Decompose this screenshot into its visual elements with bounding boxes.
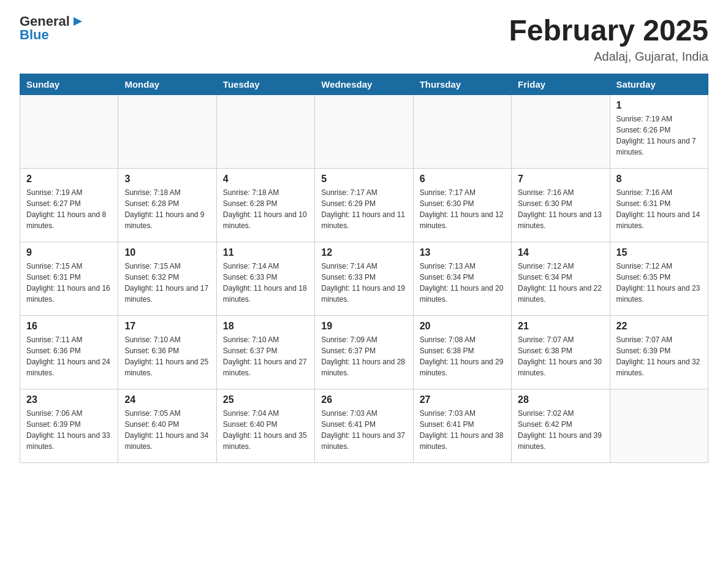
calendar-cell: 8Sunrise: 7:16 AMSunset: 6:31 PMDaylight… bbox=[610, 168, 708, 242]
day-number: 13 bbox=[420, 247, 505, 258]
day-info: Sunrise: 7:19 AMSunset: 6:26 PMDaylight:… bbox=[616, 113, 702, 158]
calendar-cell: 17Sunrise: 7:10 AMSunset: 6:36 PMDayligh… bbox=[118, 315, 216, 389]
calendar-cell bbox=[413, 94, 511, 168]
week-row-3: 9Sunrise: 7:15 AMSunset: 6:31 PMDaylight… bbox=[20, 242, 708, 315]
day-number: 22 bbox=[616, 321, 702, 332]
logo-triangle-icon bbox=[71, 15, 85, 28]
calendar-cell: 2Sunrise: 7:19 AMSunset: 6:27 PMDaylight… bbox=[20, 168, 118, 242]
day-number: 12 bbox=[321, 247, 406, 258]
day-info: Sunrise: 7:17 AMSunset: 6:30 PMDaylight:… bbox=[420, 187, 505, 231]
header-friday: Friday bbox=[512, 74, 610, 94]
day-number: 16 bbox=[26, 321, 112, 332]
calendar-cell: 10Sunrise: 7:15 AMSunset: 6:32 PMDayligh… bbox=[118, 242, 216, 315]
day-number: 4 bbox=[223, 174, 308, 185]
day-number: 27 bbox=[420, 394, 505, 405]
day-number: 25 bbox=[223, 394, 308, 405]
calendar-cell bbox=[610, 389, 708, 462]
day-info: Sunrise: 7:11 AMSunset: 6:36 PMDaylight:… bbox=[26, 334, 112, 378]
day-info: Sunrise: 7:15 AMSunset: 6:32 PMDaylight:… bbox=[124, 261, 210, 305]
day-info: Sunrise: 7:16 AMSunset: 6:30 PMDaylight:… bbox=[518, 187, 603, 231]
day-number: 6 bbox=[420, 174, 505, 185]
day-number: 23 bbox=[26, 394, 112, 405]
day-number: 7 bbox=[518, 174, 603, 185]
day-info: Sunrise: 7:17 AMSunset: 6:29 PMDaylight:… bbox=[321, 187, 406, 231]
day-info: Sunrise: 7:16 AMSunset: 6:31 PMDaylight:… bbox=[616, 187, 702, 231]
calendar-cell: 3Sunrise: 7:18 AMSunset: 6:28 PMDaylight… bbox=[118, 168, 216, 242]
day-number: 21 bbox=[518, 321, 603, 332]
header-saturday: Saturday bbox=[610, 74, 708, 94]
title-block: February 2025 Adalaj, Gujarat, India bbox=[509, 15, 708, 64]
day-number: 8 bbox=[616, 174, 702, 185]
calendar-cell: 15Sunrise: 7:12 AMSunset: 6:35 PMDayligh… bbox=[610, 242, 708, 315]
logo-general: General bbox=[20, 15, 70, 28]
day-info: Sunrise: 7:12 AMSunset: 6:34 PMDaylight:… bbox=[518, 261, 603, 305]
calendar-header: Sunday Monday Tuesday Wednesday Thursday… bbox=[20, 74, 708, 94]
calendar-cell: 23Sunrise: 7:06 AMSunset: 6:39 PMDayligh… bbox=[20, 389, 118, 462]
header-thursday: Thursday bbox=[413, 74, 511, 94]
day-info: Sunrise: 7:09 AMSunset: 6:37 PMDaylight:… bbox=[321, 334, 406, 378]
day-number: 14 bbox=[518, 247, 603, 258]
day-info: Sunrise: 7:13 AMSunset: 6:34 PMDaylight:… bbox=[420, 261, 505, 305]
calendar-cell: 9Sunrise: 7:15 AMSunset: 6:31 PMDaylight… bbox=[20, 242, 118, 315]
svg-marker-0 bbox=[74, 17, 82, 26]
day-info: Sunrise: 7:12 AMSunset: 6:35 PMDaylight:… bbox=[616, 261, 702, 305]
day-number: 17 bbox=[124, 321, 210, 332]
day-number: 28 bbox=[518, 394, 603, 405]
calendar-cell: 25Sunrise: 7:04 AMSunset: 6:40 PMDayligh… bbox=[216, 389, 314, 462]
day-number: 10 bbox=[124, 247, 210, 258]
calendar-cell: 1Sunrise: 7:19 AMSunset: 6:26 PMDaylight… bbox=[610, 94, 708, 168]
calendar-body: 1Sunrise: 7:19 AMSunset: 6:26 PMDaylight… bbox=[20, 94, 708, 462]
day-number: 19 bbox=[321, 321, 406, 332]
day-info: Sunrise: 7:18 AMSunset: 6:28 PMDaylight:… bbox=[223, 187, 308, 231]
day-info: Sunrise: 7:04 AMSunset: 6:40 PMDaylight:… bbox=[223, 408, 308, 452]
day-info: Sunrise: 7:19 AMSunset: 6:27 PMDaylight:… bbox=[26, 187, 112, 231]
day-info: Sunrise: 7:05 AMSunset: 6:40 PMDaylight:… bbox=[124, 408, 210, 452]
header-row: Sunday Monday Tuesday Wednesday Thursday… bbox=[20, 74, 708, 94]
day-info: Sunrise: 7:06 AMSunset: 6:39 PMDaylight:… bbox=[26, 408, 112, 452]
day-info: Sunrise: 7:15 AMSunset: 6:31 PMDaylight:… bbox=[26, 261, 112, 305]
page-header: General Blue February 2025 Adalaj, Gujar… bbox=[20, 15, 708, 64]
day-number: 5 bbox=[321, 174, 406, 185]
calendar-cell: 16Sunrise: 7:11 AMSunset: 6:36 PMDayligh… bbox=[20, 315, 118, 389]
day-number: 3 bbox=[124, 174, 210, 185]
calendar-cell bbox=[512, 94, 610, 168]
calendar-cell: 19Sunrise: 7:09 AMSunset: 6:37 PMDayligh… bbox=[315, 315, 413, 389]
header-wednesday: Wednesday bbox=[315, 74, 413, 94]
calendar-cell: 18Sunrise: 7:10 AMSunset: 6:37 PMDayligh… bbox=[216, 315, 314, 389]
calendar-title: February 2025 bbox=[509, 15, 708, 47]
day-info: Sunrise: 7:14 AMSunset: 6:33 PMDaylight:… bbox=[223, 261, 308, 305]
week-row-1: 1Sunrise: 7:19 AMSunset: 6:26 PMDaylight… bbox=[20, 94, 708, 168]
day-number: 11 bbox=[223, 247, 308, 258]
logo-text-block: General Blue bbox=[20, 15, 85, 42]
day-info: Sunrise: 7:18 AMSunset: 6:28 PMDaylight:… bbox=[124, 187, 210, 231]
calendar-cell: 11Sunrise: 7:14 AMSunset: 6:33 PMDayligh… bbox=[216, 242, 314, 315]
calendar-cell bbox=[118, 94, 216, 168]
logo-blue: Blue bbox=[20, 27, 49, 42]
calendar-cell: 26Sunrise: 7:03 AMSunset: 6:41 PMDayligh… bbox=[315, 389, 413, 462]
calendar-cell: 28Sunrise: 7:02 AMSunset: 6:42 PMDayligh… bbox=[512, 389, 610, 462]
day-number: 26 bbox=[321, 394, 406, 405]
day-number: 20 bbox=[420, 321, 505, 332]
day-number: 24 bbox=[124, 394, 210, 405]
day-info: Sunrise: 7:03 AMSunset: 6:41 PMDaylight:… bbox=[420, 408, 505, 452]
calendar-cell: 24Sunrise: 7:05 AMSunset: 6:40 PMDayligh… bbox=[118, 389, 216, 462]
calendar-cell: 6Sunrise: 7:17 AMSunset: 6:30 PMDaylight… bbox=[413, 168, 511, 242]
day-info: Sunrise: 7:10 AMSunset: 6:37 PMDaylight:… bbox=[223, 334, 308, 378]
day-info: Sunrise: 7:14 AMSunset: 6:33 PMDaylight:… bbox=[321, 261, 406, 305]
calendar-cell: 27Sunrise: 7:03 AMSunset: 6:41 PMDayligh… bbox=[413, 389, 511, 462]
calendar-cell: 20Sunrise: 7:08 AMSunset: 6:38 PMDayligh… bbox=[413, 315, 511, 389]
day-info: Sunrise: 7:02 AMSunset: 6:42 PMDaylight:… bbox=[518, 408, 603, 452]
header-monday: Monday bbox=[118, 74, 216, 94]
calendar-cell bbox=[315, 94, 413, 168]
calendar-cell: 12Sunrise: 7:14 AMSunset: 6:33 PMDayligh… bbox=[315, 242, 413, 315]
day-number: 9 bbox=[26, 247, 112, 258]
header-sunday: Sunday bbox=[20, 74, 118, 94]
calendar-cell: 22Sunrise: 7:07 AMSunset: 6:39 PMDayligh… bbox=[610, 315, 708, 389]
day-info: Sunrise: 7:08 AMSunset: 6:38 PMDaylight:… bbox=[420, 334, 505, 378]
calendar-cell bbox=[216, 94, 314, 168]
day-number: 18 bbox=[223, 321, 308, 332]
day-info: Sunrise: 7:07 AMSunset: 6:39 PMDaylight:… bbox=[616, 334, 702, 378]
calendar-subtitle: Adalaj, Gujarat, India bbox=[509, 50, 708, 64]
day-number: 1 bbox=[616, 100, 702, 111]
day-number: 15 bbox=[616, 247, 702, 258]
